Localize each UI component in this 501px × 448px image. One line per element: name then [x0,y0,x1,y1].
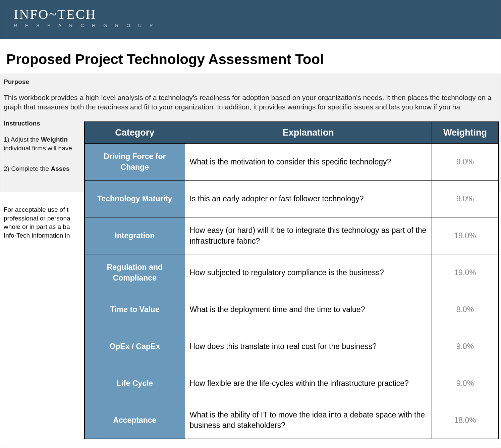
document-page: INFO~TECH R E S E A R C H G R O U P Prop… [0,0,501,448]
category-cell: Acceptance [85,402,185,439]
disclaimer-l4: Info-Tech information in [4,232,70,239]
weighting-cell[interactable]: 19.0% [432,254,499,291]
explanation-cell: What is the deployment time and the time… [185,291,432,328]
disclaimer-l2: professional or persona [4,215,70,222]
th-explanation: Explanation [185,122,432,144]
instr1-prefix: 1) Adjust the [4,136,41,143]
th-weighting: Weighting [432,122,499,144]
explanation-cell: How does this translate into real cost f… [185,328,432,365]
category-cell: OpEx / CapEx [85,328,185,365]
category-cell: Life Cycle [85,365,185,402]
purpose-heading: Purpose [4,78,495,86]
category-cell: Time to Value [85,291,185,328]
weighting-cell[interactable]: 9.0% [432,328,499,365]
instr1-cont: individual firms will have [4,145,72,152]
table-row: Driving Force for ChangeWhat is the moti… [85,144,499,181]
table-row: Time to ValueWhat is the deployment time… [85,291,499,328]
th-category: Category [85,122,185,144]
disclaimer-l1: For acceptable use of t [4,206,68,213]
explanation-cell: Is this an early adopter or fast followe… [185,181,432,217]
brand-subtitle: R E S E A R C H G R O U P [14,23,501,28]
category-cell: Regulation and Compliance [85,254,185,291]
assessment-table: Category Explanation Weighting Driving F… [84,121,499,439]
weighting-cell[interactable]: 18.0% [432,402,499,439]
weighting-cell[interactable]: 19.0% [432,217,499,254]
table-row: IntegrationHow easy (or hard) will it be… [85,217,499,254]
explanation-cell: How easy (or hard) will it be to integra… [185,217,432,254]
explanation-cell: How subjected to regulatory compliance i… [185,254,432,291]
disclaimer-l3: whole or in part as a ba [4,223,70,230]
table-header-row: Category Explanation Weighting [85,122,499,144]
instr2-bold: Asses [51,165,69,172]
instr2-prefix: 2) Complete the [4,165,51,172]
table-row: AcceptanceWhat is the ability of IT to m… [85,402,499,439]
page-title: Proposed Project Technology Assessment T… [6,51,501,67]
weighting-cell[interactable]: 9.0% [432,144,499,181]
explanation-cell: What is the ability of IT to move the id… [185,402,432,439]
table-row: Life CycleHow flexible are the life-cycl… [85,365,499,402]
brand-logo-text: INFO~TECH [14,6,501,22]
weighting-cell[interactable]: 9.0% [432,365,499,402]
category-cell: Driving Force for Change [85,144,185,181]
category-cell: Integration [85,217,185,254]
explanation-cell: What is the motivation to consider this … [185,144,432,181]
table-row: Technology MaturityIs this an early adop… [85,181,499,217]
purpose-body: This workbook provides a high-level anal… [4,93,495,112]
brand-header: INFO~TECH R E S E A R C H G R O U P [0,0,501,39]
table-row: Regulation and ComplianceHow subjected t… [85,254,499,291]
weighting-cell[interactable]: 8.0% [432,291,499,328]
table-row: OpEx / CapExHow does this translate into… [85,328,499,365]
weighting-cell[interactable]: 9.0% [432,181,499,217]
instr1-bold: Weightin [41,136,68,143]
explanation-cell: How flexible are the life-cycles within … [185,365,432,402]
category-cell: Technology Maturity [85,181,185,217]
